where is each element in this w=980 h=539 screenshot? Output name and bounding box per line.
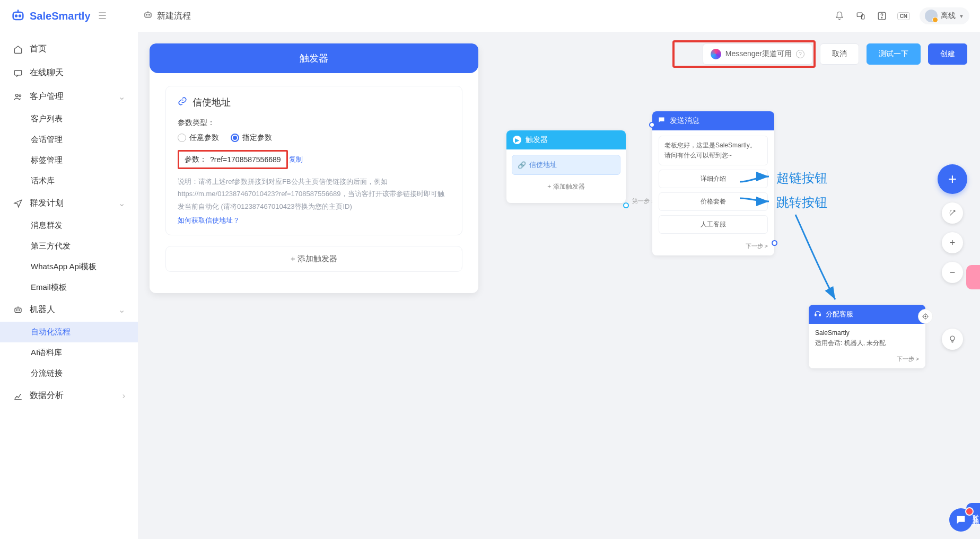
- add-trigger-button[interactable]: + 添加触发器: [165, 246, 462, 272]
- nav-ai-corpus[interactable]: AI语料库: [0, 342, 138, 363]
- node-header: 发送消息: [652, 111, 774, 130]
- copy-link[interactable]: 复制: [289, 155, 303, 164]
- svg-rect-4: [145, 13, 151, 17]
- nav-msg-broadcast[interactable]: 消息群发: [0, 215, 138, 236]
- node-title: 分配客服: [826, 310, 853, 319]
- param-value: ?ref=1708587556689: [210, 155, 281, 164]
- msg-button-support[interactable]: 人工客服: [659, 215, 768, 234]
- bell-icon[interactable]: [834, 10, 845, 22]
- msg-button-pricing[interactable]: 价格套餐: [659, 192, 768, 211]
- trigger-item[interactable]: 🔗 信使地址: [512, 155, 620, 175]
- nav-bot[interactable]: 机器人 ⌄: [0, 298, 138, 322]
- zoom-in-button[interactable]: +: [942, 232, 963, 253]
- input-port[interactable]: [649, 122, 655, 128]
- sidebar: 首页 在线聊天 客户管理 ⌄ 客户列表 会话管理 标签管理 话术库 群发计划 ⌄…: [0, 32, 138, 539]
- param-description: 说明：请将上述ref参数拼接到对应FB公共主页信使链接的后面，例如https:/…: [178, 175, 450, 213]
- nav-phrase-lib[interactable]: 话术库: [0, 171, 138, 191]
- node-add-trigger[interactable]: + 添加触发器: [512, 175, 620, 198]
- nav-automation[interactable]: 自动化流程: [0, 322, 138, 342]
- nav-split-link[interactable]: 分流链接: [0, 363, 138, 384]
- svg-point-22: [925, 316, 926, 317]
- svg-point-11: [881, 17, 882, 18]
- nav-broadcast[interactable]: 群发计划 ⌄: [0, 191, 138, 215]
- node-body: 🔗 信使地址 + 添加触发器: [506, 149, 626, 203]
- chat-widget-button[interactable]: [949, 508, 973, 532]
- top-action-bar: Messenger渠道可用 ? 取消 测试一下 创建: [703, 43, 967, 65]
- svg-rect-20: [819, 314, 820, 316]
- svg-point-2: [19, 15, 21, 17]
- help-icon[interactable]: ?: [796, 50, 804, 58]
- node-footer[interactable]: 下一步 >: [809, 353, 925, 368]
- sidebar-toggle-icon[interactable]: ☰: [98, 10, 107, 22]
- chevron-down-icon: ▼: [959, 13, 964, 19]
- nav-email-tpl[interactable]: Email模板: [0, 277, 138, 298]
- test-button[interactable]: 测试一下: [867, 43, 921, 65]
- create-button[interactable]: 创建: [928, 43, 967, 65]
- radio-specific-param[interactable]: 指定参数: [231, 133, 272, 143]
- flow-node-send-message[interactable]: 发送消息 老板您好，这里是SaleSmartly。请问有什么可以帮到您~ 详细介…: [652, 111, 774, 255]
- msg-button-intro[interactable]: 详细介绍: [659, 170, 768, 188]
- nav-customer[interactable]: 客户管理 ⌄: [0, 85, 138, 109]
- nav-home[interactable]: 首页: [0, 37, 138, 61]
- svg-point-13: [15, 94, 18, 96]
- output-port[interactable]: [623, 202, 629, 208]
- radio-any-param[interactable]: 任意参数: [178, 133, 219, 143]
- message-text[interactable]: 老板您好，这里是SaleSmartly。请问有什么可以帮到您~: [659, 136, 768, 165]
- nav-label: 数据分析: [30, 390, 64, 401]
- side-tab-pink[interactable]: [966, 265, 980, 289]
- nav-label: 机器人: [30, 304, 55, 315]
- nav-whatsapp-tpl[interactable]: WhatsApp Api模板: [0, 257, 138, 277]
- trigger-panel-title: 触发器: [150, 43, 478, 73]
- nav-label: 客户管理: [30, 91, 64, 102]
- svg-point-17: [19, 310, 20, 311]
- output-port[interactable]: [772, 240, 777, 246]
- node-header: 分配客服: [809, 305, 925, 324]
- language-badge[interactable]: CN: [897, 12, 910, 20]
- node-footer[interactable]: 下一步 >: [652, 238, 774, 255]
- param-value-box: 参数： ?ref=1708587556689: [178, 150, 288, 169]
- flow-node-trigger[interactable]: ▶ 触发器 🔗 信使地址 + 添加触发器 第一步›: [506, 130, 626, 203]
- annotation-arrow-icon: [785, 212, 848, 307]
- send-icon: [13, 198, 23, 209]
- logo-text: SaleSmartly: [30, 10, 91, 22]
- channel-indicator[interactable]: Messenger渠道可用 ?: [703, 43, 812, 65]
- param-label: 参数：: [185, 155, 207, 164]
- nav-session-mgmt[interactable]: 会话管理: [0, 129, 138, 150]
- target-icon[interactable]: [918, 309, 933, 324]
- nav-customer-list[interactable]: 客户列表: [0, 109, 138, 129]
- chevron-down-icon: ⌄: [118, 92, 125, 102]
- node-body: 老板您好，这里是SaleSmartly。请问有什么可以帮到您~ 详细介绍 价格套…: [652, 130, 774, 238]
- nav-chat[interactable]: 在线聊天: [0, 61, 138, 85]
- svg-rect-15: [15, 308, 21, 312]
- howto-link[interactable]: 如何获取信使地址？: [178, 216, 240, 225]
- svg-point-6: [149, 14, 150, 15]
- flow-node-assign-agent[interactable]: 分配客服 SaleSmartly 适用会话: 机器人, 未分配 下一步 >: [809, 305, 925, 368]
- users-icon: [13, 92, 23, 102]
- canvas-tools: + + −: [938, 164, 967, 350]
- nav-label: 首页: [30, 43, 47, 55]
- flow-canvas[interactable]: 触发器 信使地址 参数类型： 任意参数 指定参数 参数： ?ref=1: [138, 32, 980, 539]
- channel-text: Messenger渠道可用: [725, 49, 792, 59]
- add-node-fab[interactable]: +: [938, 164, 967, 194]
- hint-button[interactable]: [942, 329, 963, 350]
- chevron-right-icon: ›: [122, 391, 125, 401]
- nav-analytics[interactable]: 数据分析 ›: [0, 384, 138, 408]
- chart-icon: [13, 391, 23, 401]
- node-title: 发送消息: [670, 116, 699, 126]
- help-icon[interactable]: [876, 10, 888, 22]
- page-title: 新建流程: [157, 11, 191, 22]
- devices-icon[interactable]: [855, 10, 867, 22]
- zoom-out-button[interactable]: −: [942, 262, 963, 283]
- node-header: ▶ 触发器: [506, 130, 626, 149]
- nav-tag-mgmt[interactable]: 标签管理: [0, 150, 138, 171]
- cancel-button[interactable]: 取消: [820, 43, 859, 65]
- user-status-chip[interactable]: 离线 ▼: [920, 7, 969, 24]
- magic-tool-button[interactable]: [942, 202, 963, 224]
- page-header-title: 新建流程: [143, 10, 191, 22]
- nav-thirdparty-send[interactable]: 第三方代发: [0, 236, 138, 257]
- annotation-jump-button: 跳转按钮: [776, 194, 827, 211]
- assign-name: SaleSmartly: [815, 329, 919, 337]
- user-status-text: 离线: [941, 11, 956, 21]
- trigger-sub-title: 信使地址: [178, 96, 450, 109]
- messenger-icon: [711, 49, 721, 59]
